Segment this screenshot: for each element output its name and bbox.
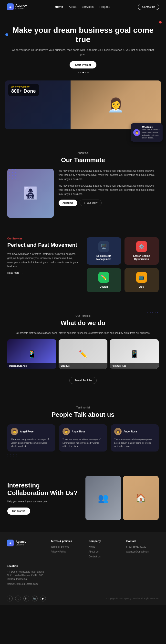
footer-company-title: Company (89, 540, 122, 542)
logo-sub: Creative (15, 7, 27, 10)
footer-top: ◈ Agency Creative Terms & policies Terms… (7, 540, 159, 587)
footer-terms-title: Terms & policies (51, 540, 84, 542)
nav-about[interactable]: About (69, 5, 76, 8)
start-project-button[interactable]: Start Project (70, 61, 96, 68)
testimonial-card-2: 👩 Angel Rose There are many variations p… (59, 424, 107, 452)
footer-contact-title: Contact (126, 540, 159, 542)
testimonial-label: Testimonial (7, 406, 159, 409)
service-icon-ads: 📺 (136, 272, 147, 283)
dot (152, 312, 153, 312)
review-text-2: There are many variations passages of Lo… (62, 438, 104, 448)
instagram-icon[interactable]: 📷 (32, 596, 38, 602)
services-label: Our Services (7, 237, 79, 240)
nav-projects[interactable]: Projects (99, 5, 110, 8)
logo: ◈ Agency Creative (7, 4, 27, 10)
hero-title: Make your dream business goal come true (10, 26, 156, 44)
portfolio-label-2: Cloud A.I (59, 363, 107, 368)
cta-section: Interesting Collaboration With Us? Help … (0, 464, 166, 532)
about-section: About Us Our Teammate 👩‍👧‍👦 We move with… (0, 137, 166, 228)
dot (7, 454, 7, 454)
social-icons: f t in 📷 ▶ (7, 596, 46, 602)
footer-company-link-1[interactable]: Home (89, 545, 122, 548)
reviewer-2: 👩 Angel Rose (62, 428, 104, 435)
navbar: ◈ Agency Creative Home About Services Pr… (0, 0, 166, 14)
about-dots-deco (7, 169, 17, 178)
dot (10, 454, 11, 454)
nav-home[interactable]: Home (55, 5, 63, 8)
reviewer-avatar-2: 👩 (62, 428, 70, 435)
deco-dot-red-right (159, 21, 162, 24)
badge-count: 800+ Done (11, 88, 36, 94)
facebook-icon[interactable]: f (7, 596, 13, 602)
arrow-icon: → (20, 272, 23, 274)
deco-dots-top-right (148, 312, 159, 312)
reviewer-name-1: Angel Rose (20, 430, 33, 433)
dot (16, 456, 17, 456)
contact-button[interactable]: Contact us (138, 4, 159, 10)
portfolio-label: Our Portfolio (7, 314, 159, 317)
linkedin-icon[interactable]: in (23, 596, 29, 602)
service-title-3: Design (91, 285, 117, 288)
portfolio-grid: 📱 Design Byte App ✏️ Cloud A.I 📱 Furnitu… (7, 339, 159, 368)
about-content: 👩‍👧‍👦 We move with make a Creative Strat… (7, 169, 159, 218)
cta-left-panel: Interesting Collaboration With Us? Help … (7, 482, 81, 514)
about-para1: We move with make a Creative Strategy fo… (59, 169, 159, 181)
our-story-button[interactable]: ▷ Our Story (80, 200, 102, 206)
dot (155, 312, 156, 312)
nav-services[interactable]: Services (82, 5, 94, 8)
twitter-icon[interactable]: t (15, 596, 21, 602)
reviewer-3: 👩 Angel Rose (114, 428, 155, 435)
reviewer-avatar-1: 👩 (11, 428, 18, 435)
about-title: Our Teammate (7, 156, 159, 164)
hero-people-image: 👩‍💼 (71, 80, 161, 130)
logo-icon: ◈ (7, 4, 14, 10)
portfolio-subtitle: all projects that we have already done, … (7, 332, 159, 334)
cta-images: 👥 🏠 (85, 476, 159, 520)
footer-brand-sub: Creative (16, 544, 26, 546)
about-us-button[interactable]: About Us (59, 200, 77, 206)
about-label: About Us (7, 152, 159, 154)
footer-terms-link-2[interactable]: Privacy Policy (51, 550, 84, 554)
card-name: Mr Adams (142, 126, 160, 128)
hero-section: Make your dream business goal come true … (0, 14, 166, 78)
testimonial-card-1: 👩 Angel Rose There are many variations p… (7, 424, 55, 452)
hero-dots (10, 72, 156, 73)
service-card-4: 📺 Ads (125, 268, 159, 292)
dot (150, 312, 151, 312)
footer-company-link-3[interactable]: Contact Us (89, 555, 122, 558)
review-text-3: There are many variations passages of Lo… (114, 438, 155, 448)
portfolio-label-1: Design Byte App (7, 363, 56, 368)
logo-name: Agency (15, 4, 27, 7)
reviewer-name-3: Angel Rose (124, 430, 137, 433)
dot-2 (80, 72, 81, 73)
services-text: We move with make a Creative Strategy fo… (7, 252, 79, 268)
dot (13, 456, 14, 456)
get-started-button[interactable]: Get Started (7, 508, 30, 514)
footer-terms-link-1[interactable]: Terms of Service (51, 545, 84, 548)
testimonial-grid: 👩 Angel Rose There are many variations p… (7, 424, 159, 452)
see-all-portfolio-button[interactable]: See All Portfolio (69, 377, 97, 384)
footer-bottom: f t in 📷 ▶ Copyright © 2022 Agency Creat… (7, 596, 159, 602)
footer-logo: ◈ Agency Creative (7, 540, 46, 546)
nav-links: Home About Services Projects (55, 5, 110, 8)
gear-icon: ⚙️ (138, 244, 145, 250)
footer-company-link-2[interactable]: About Us (89, 550, 122, 554)
play-icon: ▷ (84, 202, 86, 204)
about-buttons: About Us ▷ Our Story (59, 200, 159, 206)
dot-4 (85, 72, 86, 73)
footer-contact-col: Contact (+62) 8591392190 agencyc@gmail.c… (126, 540, 159, 560)
read-more-link[interactable]: Read more → (7, 272, 79, 274)
service-icon-design: ✏️ (98, 272, 109, 283)
read-more-label: Read more (7, 272, 19, 274)
dot-5 (87, 72, 89, 73)
review-text-1: There are many variations passages of Lo… (11, 438, 52, 448)
dot (7, 456, 7, 456)
youtube-icon[interactable]: ▶ (40, 596, 46, 602)
footer-brand: ◈ Agency Creative (7, 540, 46, 560)
reviewer-name-2: Angel Rose (72, 430, 85, 433)
footer-location-col: Location PT. Dana Real Estate Internatio… (7, 564, 46, 587)
services-section: Our Services Perfect and Fast Movement W… (0, 228, 166, 302)
hero-image-section: GREAT PROJECT 800+ Done 👩‍💼 👨 Mr Adams D… (0, 78, 166, 137)
footer-brand-name: Agency (16, 540, 26, 544)
hero-badge: GREAT PROJECT 800+ Done (8, 84, 39, 96)
